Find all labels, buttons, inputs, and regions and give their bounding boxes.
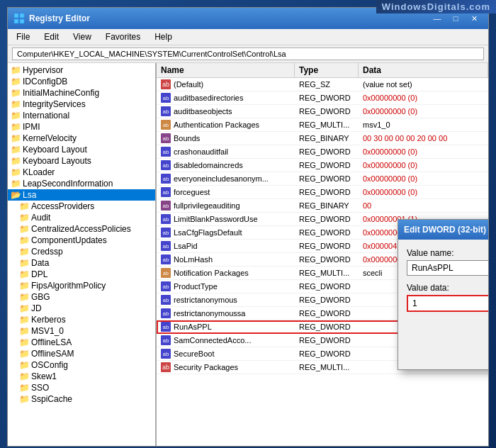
tree-item-leapsecondinformation[interactable]: 📁 LeapSecondInformation [8, 178, 155, 189]
tree-item-initialmachineconfig[interactable]: 📁 InitialMachineConfig [8, 87, 155, 99]
folder-icon: 📁 [11, 179, 21, 189]
folder-icon: 📁 [19, 235, 30, 245]
main-content: 📁 Hypervisor 📁 IDConfigDB 📁 InitialMachi… [8, 63, 488, 446]
tree-item-osconfig[interactable]: 📁 OSConfig [8, 359, 155, 371]
tree-item-lsa[interactable]: 📂 Lsa [8, 189, 155, 201]
tree-item-data[interactable]: 📁 Data [8, 257, 155, 269]
folder-icon: 📁 [11, 99, 21, 109]
folder-icon: 📁 [19, 281, 30, 291]
folder-icon: 📁 [19, 303, 30, 313]
value-name-field: Value name: [407, 248, 488, 276]
value-data-label: Value data: [407, 283, 488, 293]
watermark: WindowsDigitals.com [376, 0, 496, 13]
folder-icon: 📁 [11, 111, 21, 121]
registry-editor-window: Registry Editor — □ ✕ File Edit View Fav… [7, 7, 489, 447]
folder-icon: 📁 [11, 77, 21, 86]
tree-item-idconfigdb[interactable]: 📁 IDConfigDB [8, 76, 155, 87]
value-data-input[interactable] [407, 295, 488, 312]
dialog-overlay: Edit DWORD (32-bit) Value ✕ Value name: [157, 63, 488, 446]
svg-rect-3 [20, 19, 24, 23]
dialog-row: Value data: Base Hexa [407, 283, 488, 332]
open-folder-icon: 📂 [11, 190, 21, 200]
dialog-body: Value name: Value data: [398, 240, 488, 341]
svg-rect-2 [14, 19, 18, 23]
tree-item-kerberos[interactable]: 📁 Kerberos [8, 314, 155, 325]
folder-icon: 📁 [19, 247, 30, 257]
folder-icon: 📁 [11, 145, 21, 155]
value-data-col: Value data: [407, 283, 488, 332]
folder-icon: 📁 [19, 258, 30, 268]
menu-favorites[interactable]: Favorites [100, 30, 146, 43]
address-bar: Computer\HKEY_LOCAL_MACHINE\SYSTEM\Curre… [8, 45, 488, 63]
address-path[interactable]: Computer\HKEY_LOCAL_MACHINE\SYSTEM\Curre… [12, 47, 484, 60]
edit-dword-dialog: Edit DWORD (32-bit) Value ✕ Value name: [398, 219, 488, 370]
tree-item-keyboardlayout[interactable]: 📁 Keyboard Layout [8, 144, 155, 155]
svg-rect-1 [20, 13, 24, 18]
tree-item-audit[interactable]: 📁 Audit [8, 212, 155, 223]
value-data-field: Value data: [407, 283, 488, 312]
folder-icon: 📁 [19, 371, 30, 381]
tree-item-kloader[interactable]: 📁 KLoader [8, 167, 155, 178]
folder-icon: 📁 [19, 292, 30, 302]
tree-item-integrityservices[interactable]: 📁 IntegrityServices [8, 99, 155, 110]
tree-item-sso[interactable]: 📁 SSO [8, 382, 155, 393]
folder-icon: 📁 [11, 133, 21, 143]
tree-item-ipmi[interactable]: 📁 IPMI [8, 121, 155, 133]
folder-icon: 📁 [11, 65, 21, 75]
dialog-buttons: OK Cancel [398, 341, 488, 369]
tree-item-offlinesam[interactable]: 📁 OfflineSAM [8, 348, 155, 359]
menu-view[interactable]: View [67, 30, 97, 43]
value-name-input[interactable] [407, 260, 488, 276]
tree-item-centralizedaccesspolicies[interactable]: 📁 CentralizedAccessPolicies [8, 223, 155, 235]
close-button[interactable]: ✕ [466, 11, 483, 26]
folder-icon: 📁 [11, 122, 21, 132]
folder-icon: 📁 [19, 269, 30, 279]
dialog-title-bar: Edit DWORD (32-bit) Value ✕ [398, 220, 488, 240]
menu-bar: File Edit View Favorites Help [8, 29, 488, 45]
folder-icon: 📁 [19, 224, 30, 234]
tree-item-gbg[interactable]: 📁 GBG [8, 291, 155, 303]
tree-item-msv1-0[interactable]: 📁 MSV1_0 [8, 325, 155, 337]
menu-help[interactable]: Help [149, 30, 178, 43]
tree-item-accessproviders[interactable]: 📁 AccessProviders [8, 201, 155, 212]
folder-icon: 📁 [19, 315, 30, 325]
folder-icon: 📁 [19, 383, 30, 393]
folder-icon: 📁 [19, 201, 30, 211]
list-panel: Name Type Data ab (Default) REG_SZ (valu… [157, 63, 488, 446]
tree-item-international[interactable]: 📁 International [8, 110, 155, 121]
tree-item-credssp[interactable]: 📁 Credssp [8, 246, 155, 257]
tree-panel: 📁 Hypervisor 📁 IDConfigDB 📁 InitialMachi… [8, 63, 157, 446]
svg-rect-0 [14, 13, 18, 18]
tree-item-dpl[interactable]: 📁 DPL [8, 269, 155, 280]
menu-edit[interactable]: Edit [38, 30, 64, 43]
minimize-button[interactable]: — [429, 11, 446, 26]
value-name-label: Value name: [407, 248, 488, 258]
folder-icon: 📁 [19, 337, 30, 347]
folder-icon: 📁 [19, 213, 30, 223]
window-title: Registry Editor [29, 13, 90, 23]
tree-item-hypervisor[interactable]: 📁 Hypervisor [8, 65, 155, 76]
folder-icon: 📁 [19, 326, 30, 336]
tree-item-keyboardlayouts[interactable]: 📁 Keyboard Layouts [8, 155, 155, 167]
tree-item-sspicache[interactable]: 📁 SspiCache [8, 393, 155, 405]
folder-icon: 📁 [19, 349, 30, 359]
tree-item-componentupdates[interactable]: 📁 ComponentUpdates [8, 235, 155, 246]
tree-item-jd[interactable]: 📁 JD [8, 303, 155, 314]
tree-item-fipsalgorithmpolicy[interactable]: 📁 FipsAlgorithmPolicy [8, 280, 155, 291]
folder-icon: 📁 [11, 156, 21, 166]
folder-icon: 📁 [11, 88, 21, 98]
maximize-button[interactable]: □ [447, 11, 464, 26]
tree-item-skew1[interactable]: 📁 Skew1 [8, 371, 155, 382]
menu-file[interactable]: File [11, 30, 35, 43]
folder-icon: 📁 [19, 360, 30, 370]
app-icon [13, 13, 25, 24]
folder-icon: 📁 [19, 394, 30, 404]
tree-item-kernelvelocity[interactable]: 📁 KernelVelocity [8, 133, 155, 144]
folder-icon: 📁 [11, 167, 21, 177]
dialog-title-text: Edit DWORD (32-bit) Value [404, 225, 488, 235]
tree-item-offlinelsa[interactable]: 📁 OfflineLSA [8, 337, 155, 348]
